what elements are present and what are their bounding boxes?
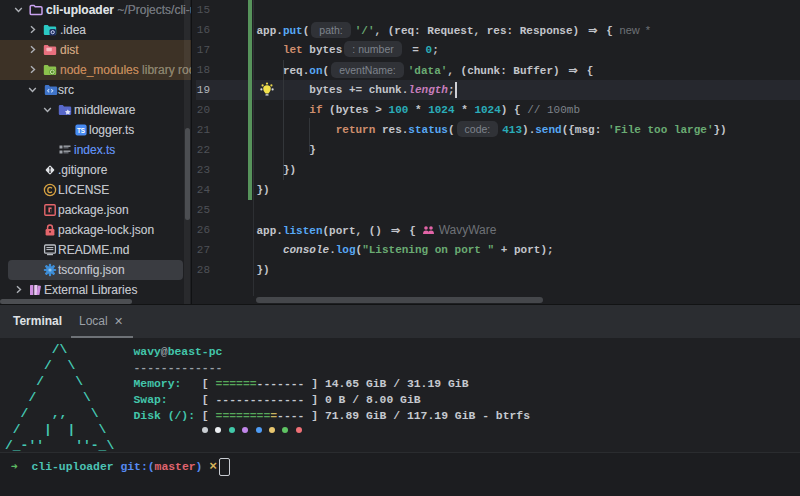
svg-text:TS: TS [77,127,86,134]
